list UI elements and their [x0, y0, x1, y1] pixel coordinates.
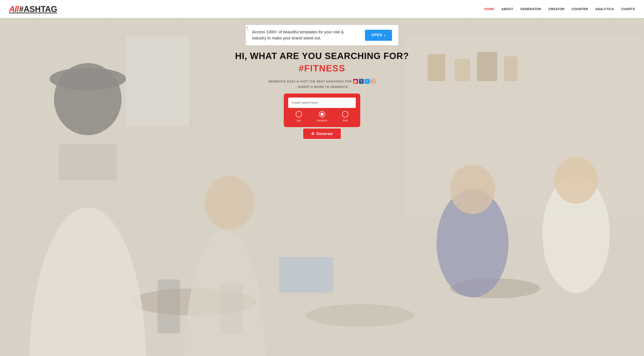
logo-ashtag: ASHTAG	[24, 5, 57, 14]
radio-random-circle	[319, 111, 325, 117]
nav-charts[interactable]: CHARTS	[621, 7, 635, 11]
generate-label: Generate	[316, 132, 333, 136]
hero-section: ▶✕ Access 1000+ of beautiful templates f…	[0, 18, 644, 356]
nav-creator[interactable]: CREATOR	[548, 7, 564, 11]
radio-random[interactable]: random	[316, 111, 327, 122]
facebook-icon: f	[359, 79, 364, 84]
radio-top-label: top	[296, 119, 301, 122]
hero-subtitle-text: GENERATE EASY & FAST THE BEST HASHTAGS F…	[268, 80, 352, 83]
hero-content: HI, WHAT ARE YOU SEARCHING FOR? #FITNESS…	[0, 51, 644, 139]
nav-home[interactable]: HOME	[484, 7, 494, 11]
social-icons: ▦ f t G+	[353, 79, 376, 84]
search-input[interactable]	[288, 98, 356, 108]
radio-top-circle	[296, 111, 302, 117]
generate-button[interactable]: ⚙ Generate	[303, 128, 341, 139]
instagram-icon: ▦	[353, 79, 358, 84]
ad-marker: ▶✕	[246, 26, 248, 31]
logo-hash: #	[19, 5, 24, 14]
navbar: All#ASHTAG HOME ABOUT GENERATOR CREATOR …	[0, 0, 644, 18]
ad-open-button[interactable]: OPEN ›	[365, 30, 392, 41]
ad-open-label: OPEN	[371, 33, 382, 37]
nav-generator[interactable]: GENERATOR	[520, 7, 542, 11]
radio-random-label: random	[316, 119, 327, 122]
twitter-icon: t	[365, 79, 370, 84]
nav-links: HOME ABOUT GENERATOR CREATOR COUNTER ANA…	[484, 7, 635, 11]
logo[interactable]: All#ASHTAG	[9, 5, 57, 13]
radio-live-circle	[342, 111, 348, 117]
hero-title: HI, WHAT ARE YOU SEARCHING FOR?	[235, 51, 409, 61]
gear-icon: ⚙	[311, 132, 314, 136]
hero-subtitle2: - INSERT A WORD TO GENERATE	[296, 85, 348, 89]
nav-about[interactable]: ABOUT	[501, 7, 513, 11]
ad-text: Access 1000+ of beautiful templates for …	[252, 29, 351, 41]
nav-analytics[interactable]: ANALYTICS	[595, 7, 614, 11]
radio-live-label: live	[343, 119, 348, 122]
nav-counter[interactable]: COUNTER	[572, 7, 588, 11]
hero-subtitle: GENERATE EASY & FAST THE BEST HASHTAGS F…	[268, 79, 376, 84]
hero-hashtag: #FITNESS	[298, 63, 345, 73]
radio-group: top random live	[288, 111, 356, 122]
radio-live[interactable]: live	[342, 111, 348, 122]
ad-open-arrow: ›	[384, 33, 386, 38]
ad-banner: ▶✕ Access 1000+ of beautiful templates f…	[246, 25, 398, 46]
googleplus-icon: G+	[370, 79, 376, 84]
radio-top[interactable]: top	[296, 111, 302, 122]
logo-all: All	[9, 5, 19, 14]
search-box: top random live	[284, 94, 360, 127]
